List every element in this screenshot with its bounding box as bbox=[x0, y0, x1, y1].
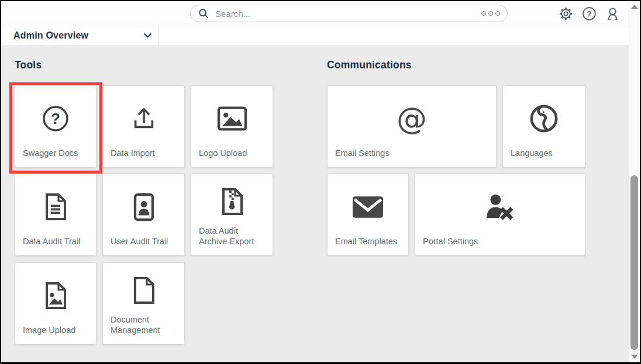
user-remove-icon bbox=[415, 174, 585, 236]
more-options-icon[interactable] bbox=[481, 11, 500, 16]
card-languages[interactable]: Languages bbox=[502, 85, 585, 168]
card-label: Swagger Docs bbox=[15, 148, 96, 167]
card-label: Data Audit Archive Export bbox=[191, 226, 273, 255]
vertical-scrollbar[interactable] bbox=[629, 1, 640, 362]
at-icon: @ bbox=[328, 86, 496, 148]
scrollbar-thumb[interactable] bbox=[630, 175, 638, 350]
card-email-templates[interactable]: Email Templates bbox=[327, 174, 409, 256]
svg-text:?: ? bbox=[587, 9, 591, 18]
image-icon bbox=[191, 86, 273, 148]
admin-overview-window: ? Admin Overview Tools Communications bbox=[0, 0, 641, 364]
card-label: Portal Settings bbox=[415, 236, 585, 255]
search-icon bbox=[198, 8, 209, 19]
card-portal-settings[interactable]: Portal Settings bbox=[415, 174, 585, 256]
card-data-import[interactable]: Data Import bbox=[102, 85, 185, 168]
card-swagger-docs[interactable]: ? Swagger Docs bbox=[15, 85, 97, 168]
page-nav-bar: Admin Overview bbox=[1, 26, 640, 46]
blank-document-icon bbox=[103, 263, 184, 314]
card-label: Document Management bbox=[103, 314, 184, 344]
card-label: Data Import bbox=[103, 148, 184, 167]
user-profile-icon[interactable] bbox=[605, 6, 620, 21]
upload-icon bbox=[103, 86, 184, 148]
svg-text:?: ? bbox=[51, 110, 60, 127]
card-logo-upload[interactable]: Logo Upload bbox=[191, 85, 273, 168]
card-data-audit-trail[interactable]: Data Audit Trail bbox=[15, 174, 97, 256]
card-email-settings[interactable]: @ Email Settings bbox=[327, 85, 497, 168]
archive-file-icon bbox=[191, 174, 273, 226]
id-badge-icon bbox=[103, 174, 184, 236]
image-file-icon bbox=[15, 263, 96, 325]
scroll-up-arrow[interactable] bbox=[631, 5, 638, 9]
scroll-down-arrow[interactable] bbox=[631, 355, 638, 359]
tools-section-title: Tools bbox=[15, 59, 42, 71]
card-document-management[interactable]: Document Management bbox=[102, 262, 185, 345]
card-user-audit-trail[interactable]: User Audit Trail bbox=[102, 174, 185, 256]
help-icon[interactable]: ? bbox=[581, 6, 597, 21]
search-input[interactable] bbox=[214, 8, 481, 19]
card-label: User Audit Trail bbox=[103, 236, 184, 255]
card-label: Languages bbox=[503, 148, 585, 167]
card-label: Image Upload bbox=[15, 325, 96, 344]
question-circle-icon: ? bbox=[15, 86, 96, 148]
settings-gear-icon[interactable] bbox=[558, 6, 573, 21]
document-lines-icon bbox=[15, 174, 96, 236]
communications-section-title: Communications bbox=[327, 59, 412, 71]
globe-icon bbox=[503, 86, 585, 148]
card-label: Logo Upload bbox=[191, 148, 273, 167]
card-data-audit-archive-export[interactable]: Data Audit Archive Export bbox=[191, 174, 273, 256]
envelope-icon bbox=[328, 174, 408, 236]
page-title: Admin Overview bbox=[13, 30, 88, 41]
nav-divider bbox=[158, 26, 159, 46]
card-label: Data Audit Trail bbox=[15, 236, 96, 255]
chevron-down-icon[interactable] bbox=[143, 33, 152, 39]
card-label: Email Templates bbox=[328, 236, 408, 255]
search-box[interactable] bbox=[190, 5, 508, 22]
card-image-upload[interactable]: Image Upload bbox=[15, 262, 97, 345]
top-bar: ? bbox=[1, 1, 640, 26]
card-label: Email Settings bbox=[328, 148, 496, 167]
